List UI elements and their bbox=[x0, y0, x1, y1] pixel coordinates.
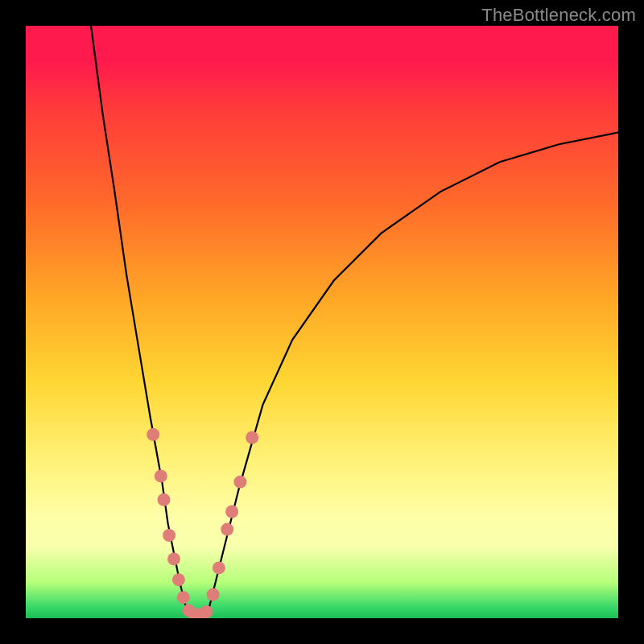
data-bead bbox=[225, 506, 238, 518]
data-bead bbox=[221, 523, 233, 536]
data-bead bbox=[158, 493, 171, 506]
bead-group bbox=[147, 428, 258, 618]
plot-area bbox=[26, 26, 618, 618]
data-bead bbox=[163, 529, 175, 542]
data-bead bbox=[155, 469, 167, 482]
watermark-text: TheBottleneck.com bbox=[481, 5, 636, 26]
bottleneck-curve-svg bbox=[26, 26, 618, 618]
chart-frame: TheBottleneck.com bbox=[0, 0, 644, 644]
data-bead bbox=[167, 552, 180, 565]
data-bead bbox=[213, 561, 225, 574]
data-bead bbox=[233, 476, 246, 489]
data-bead bbox=[207, 588, 220, 601]
data-bead bbox=[172, 573, 185, 586]
data-bead bbox=[147, 428, 159, 441]
data-bead bbox=[177, 591, 190, 604]
data-bead bbox=[246, 431, 258, 444]
data-bead bbox=[200, 605, 213, 618]
